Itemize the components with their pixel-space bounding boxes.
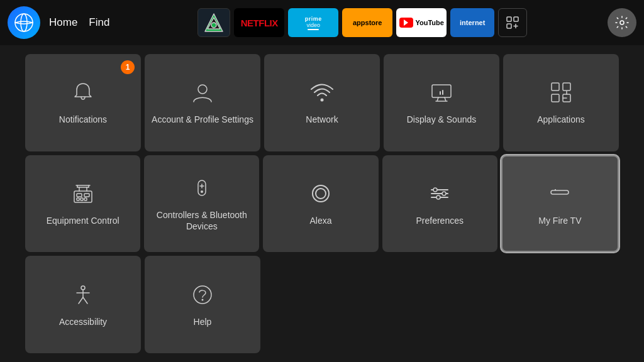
svg-rect-25: [84, 198, 87, 200]
svg-rect-15: [563, 83, 570, 90]
nav-apps: NETFLIX prime video appstore YouTube: [125, 8, 600, 37]
svg-point-12: [321, 99, 324, 102]
nav-home[interactable]: Home: [49, 16, 77, 29]
svg-rect-16: [552, 94, 559, 102]
myfiretv-icon: [547, 181, 572, 209]
settings-button[interactable]: [608, 8, 636, 37]
wifi-icon: [309, 80, 335, 107]
tile-network-label: Network: [306, 114, 338, 125]
app-grid[interactable]: [498, 8, 527, 37]
svg-point-43: [436, 195, 440, 199]
tile-preferences[interactable]: Preferences: [382, 155, 497, 253]
svg-point-51: [194, 286, 211, 304]
tile-applications[interactable]: Applications: [503, 54, 619, 151]
tile-alexa-label: Alexa: [309, 215, 331, 226]
tile-controllers-label: Controllers & Bluetooth Devices: [144, 209, 259, 232]
nav-links: Home Find: [49, 16, 109, 29]
nav-bar: Home Find NETFLIX prime video appstore: [0, 0, 644, 45]
grid-row-2: Equipment Control Controllers & Bluetoot…: [25, 155, 619, 253]
tile-controllers[interactable]: Controllers & Bluetooth Devices: [144, 155, 259, 253]
grid-row-1: Notifications 1 Account & Profile Settin…: [25, 54, 619, 151]
nav-find[interactable]: Find: [89, 16, 109, 29]
svg-rect-21: [77, 194, 82, 197]
youtube-triangle: [404, 19, 408, 26]
svg-point-36: [313, 185, 329, 202]
controllers-icon: [189, 175, 214, 203]
bell-icon: [70, 80, 96, 107]
equipment-icon: [70, 181, 96, 209]
svg-point-35: [201, 190, 203, 193]
appstore-label: appstore: [353, 19, 382, 26]
empty-tile-2: [384, 256, 499, 353]
app-netflix[interactable]: NETFLIX: [234, 8, 284, 37]
help-icon: [190, 282, 215, 310]
tile-accessibility-label: Accessibility: [59, 316, 107, 327]
tile-help[interactable]: Help: [145, 256, 260, 353]
svg-point-37: [316, 189, 326, 199]
empty-tile-1: [264, 256, 380, 353]
app-youtube[interactable]: YouTube: [396, 8, 447, 37]
app-prime[interactable]: prime video: [288, 8, 338, 37]
tile-display[interactable]: Display & Sounds: [384, 54, 499, 151]
logo[interactable]: [8, 6, 40, 39]
netflix-label: NETFLIX: [241, 18, 278, 28]
tile-network[interactable]: Network: [264, 54, 380, 151]
app-internet[interactable]: internet: [450, 8, 494, 37]
main-content: Notifications 1 Account & Profile Settin…: [0, 45, 644, 362]
svg-point-1: [21, 14, 27, 31]
tile-help-label: Help: [194, 316, 212, 327]
svg-line-49: [79, 297, 83, 304]
account-icon: [190, 80, 215, 107]
app-appstore[interactable]: appstore: [342, 8, 392, 37]
svg-point-46: [81, 286, 85, 290]
svg-point-10: [620, 21, 624, 25]
svg-rect-24: [80, 198, 83, 200]
svg-rect-44: [551, 190, 569, 194]
tile-account[interactable]: Account & Profile Settings: [145, 54, 260, 151]
tile-equipment-label: Equipment Control: [47, 215, 119, 226]
svg-point-42: [442, 192, 446, 195]
tile-accessibility[interactable]: Accessibility: [25, 256, 141, 353]
svg-rect-6: [514, 17, 518, 21]
svg-rect-13: [432, 85, 451, 97]
tile-notifications[interactable]: Notifications 1: [25, 54, 141, 151]
display-icon: [429, 80, 454, 107]
svg-point-52: [202, 299, 204, 300]
grid-row-3: Accessibility Help: [25, 256, 619, 353]
svg-rect-14: [552, 83, 559, 90]
tile-account-label: Account & Profile Settings: [152, 114, 253, 125]
app-kodi[interactable]: [197, 8, 230, 37]
svg-point-4: [211, 23, 216, 28]
tile-display-label: Display & Sounds: [407, 114, 477, 125]
youtube-play-icon: [399, 18, 413, 28]
svg-point-11: [198, 85, 207, 94]
internet-label: internet: [460, 19, 485, 26]
preferences-icon: [427, 181, 452, 209]
svg-line-50: [83, 297, 87, 304]
empty-tile-3: [503, 256, 619, 353]
applications-icon: [548, 80, 574, 107]
svg-point-41: [433, 188, 437, 192]
tile-equipment[interactable]: Equipment Control: [25, 155, 140, 253]
tile-myfiretv-label: My Fire TV: [538, 215, 581, 226]
svg-rect-5: [507, 17, 511, 21]
svg-rect-22: [84, 194, 89, 197]
youtube-label: YouTube: [416, 19, 444, 26]
tile-myfiretv[interactable]: My Fire TV: [501, 155, 619, 253]
accessibility-icon: [70, 282, 96, 310]
alexa-icon: [308, 181, 333, 209]
tile-alexa[interactable]: Alexa: [263, 155, 378, 253]
svg-rect-7: [507, 24, 511, 28]
tile-preferences-label: Preferences: [416, 215, 463, 226]
svg-rect-45: [555, 189, 556, 190]
youtube-icon-wrap: YouTube: [399, 18, 444, 28]
tile-applications-label: Applications: [537, 114, 585, 125]
svg-point-0: [15, 14, 33, 31]
svg-rect-23: [77, 198, 79, 200]
notifications-badge: 1: [121, 60, 135, 74]
tile-notifications-label: Notifications: [59, 114, 107, 125]
